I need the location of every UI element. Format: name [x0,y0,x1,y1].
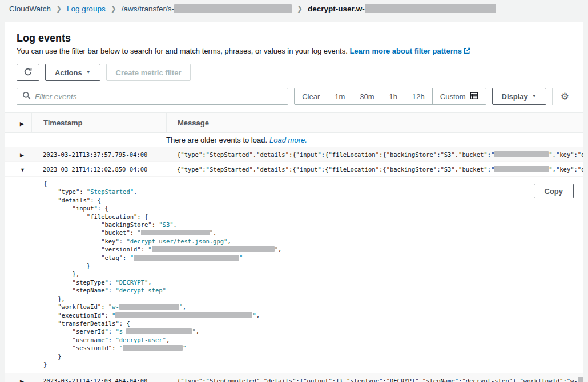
json-value: "StepStarted" [87,188,134,195]
json-line: "fileLocation": { [43,213,583,221]
timestamp-cell: 2023-03-21T14:12:02.850-04:00 [31,166,166,173]
json-value: "s- [115,328,126,335]
older-events-text: There are older events to load. [166,136,267,144]
custom-label: Custom [440,92,466,101]
json-value: " [148,246,151,253]
timestamp-column-header: Timestamp [31,113,166,132]
json-text: } [43,262,90,269]
vertical-divider [552,88,553,105]
json-value: "DECRYPT" [115,279,148,286]
json-text: "etag": [43,254,130,261]
json-line: } [43,360,583,368]
json-line: "backingStore": "S3", [43,221,583,229]
breadcrumb-log-group-name[interactable]: /aws/transfer/s- [122,4,292,13]
expanded-event-details: Copy{ "type": "StepStarted", "details": … [5,177,583,373]
json-text: , [148,279,151,286]
time-range-1h[interactable]: 1h [382,88,405,104]
toolbar: Actions▼ Create metric filter [5,57,583,81]
json-line: "workflowId": "w-", [43,303,583,311]
log-event-row[interactable]: ▶2023-03-21T14:12:03.464-04:00{"type":"S… [5,373,583,382]
json-value: "w- [108,303,119,310]
table-header: ▶ Timestamp Message [5,112,583,133]
copy-button[interactable]: Copy [534,184,574,198]
learn-more-link[interactable]: Learn more about filter patterns [349,47,470,55]
description-text: You can use the filter bar below to sear… [17,47,348,55]
redacted-text [119,304,179,310]
json-text: "type": [43,188,87,195]
json-text: , [256,312,260,319]
learn-more-label: Learn more about filter patterns [349,47,461,55]
time-range-custom[interactable]: Custom [432,88,486,104]
chevron-right-icon: ❯ [56,5,62,13]
breadcrumb-log-groups[interactable]: Log groups [67,5,106,13]
load-more-link[interactable]: Load more. [269,136,307,144]
json-text: {"type":"StepStarted","details":{"input"… [177,151,494,158]
json-text: {"type":"StepCompleted","details":{"outp… [177,377,578,382]
redacted-text [365,4,496,13]
time-range-30m[interactable]: 30m [352,88,381,104]
search-icon [22,91,31,102]
timestamp-cell: 2023-03-21T14:12:03.464-04:00 [31,377,166,382]
json-line: }, [43,295,583,303]
older-events-row: There are older events to load. Load mor… [5,133,583,147]
collapse-row-icon[interactable]: ▼ [20,167,25,173]
expand-row-icon[interactable]: ▶ [20,379,24,382]
json-value: "S3" [159,221,173,228]
json-text: "serverId": [43,328,115,335]
time-range-clear[interactable]: Clear [295,88,327,104]
time-range-1m[interactable]: 1m [327,88,352,104]
json-line: "etag": "" [43,254,583,262]
redacted-text [578,377,583,382]
json-text: "input": { [43,205,108,212]
chevron-right-icon: ❯ [111,5,116,13]
expand-row-icon[interactable]: ▶ [20,152,24,158]
json-value: "decrypt-step" [115,287,166,294]
json-text: "key": [43,238,126,245]
json-text: }, [43,295,65,302]
gear-icon: ⚙ [561,91,569,102]
json-text: "details": { [43,197,101,204]
json-text: , [278,246,281,253]
actions-button[interactable]: Actions▼ [45,64,100,81]
json-text: "backingStore": [43,221,159,228]
json-value: " [183,344,186,351]
json-line: "serverId": "s-", [43,327,583,335]
json-value: " [239,254,243,261]
redacted-text [126,328,192,334]
json-text: "transferDetails": { [43,320,130,327]
json-text: , [227,238,231,245]
time-range-12h[interactable]: 12h [405,88,432,104]
redacted-text [152,246,275,252]
log-event-row[interactable]: ▼2023-03-21T14:12:02.850-04:00{"type":"S… [5,162,583,177]
filter-events-searchbox[interactable] [17,88,288,105]
breadcrumb: CloudWatch ❯ Log groups ❯ /aws/transfer/… [0,0,588,17]
json-text: "fileLocation": { [43,213,148,220]
preferences-gear-button[interactable]: ⚙ [558,92,571,101]
log-events-panel: Log events You can use the filter bar be… [5,22,583,382]
refresh-button[interactable] [17,64,39,81]
log-group-name: /aws/transfer/s- [122,5,174,13]
filter-events-input[interactable] [35,92,283,101]
json-text: "workflowId": [43,303,108,310]
json-line: "executionId": "", [43,311,583,319]
json-line: "type": "StepStarted", [43,188,583,196]
expand-all-icon[interactable]: ▶ [20,121,24,127]
json-text: "stepType": [43,279,115,286]
redacted-text [141,230,210,235]
json-line: "sessionId": "" [43,344,583,352]
json-line: "username": "decrypt-user", [43,336,583,344]
create-metric-filter-button[interactable]: Create metric filter [106,64,191,81]
breadcrumb-cloudwatch[interactable]: CloudWatch [9,5,51,13]
display-button[interactable]: Display▼ [492,88,546,105]
json-text: "executionId": [43,312,112,319]
message-column-header: Message [166,113,583,132]
timestamp-cell: 2023-03-21T13:37:57.795-04:00 [31,151,166,158]
json-value: "decrypt-user" [115,336,166,343]
redacted-text [134,255,239,261]
log-stream-name: decrypt-user.w- [308,5,365,13]
log-events-table: ▶ Timestamp Message There are older even… [5,112,583,382]
json-text: "sessionId": [43,344,119,351]
log-event-row[interactable]: ▶2023-03-21T13:37:57.795-04:00{"type":"S… [5,147,583,162]
redacted-text [123,345,183,351]
json-text: "versionId": [43,246,148,253]
